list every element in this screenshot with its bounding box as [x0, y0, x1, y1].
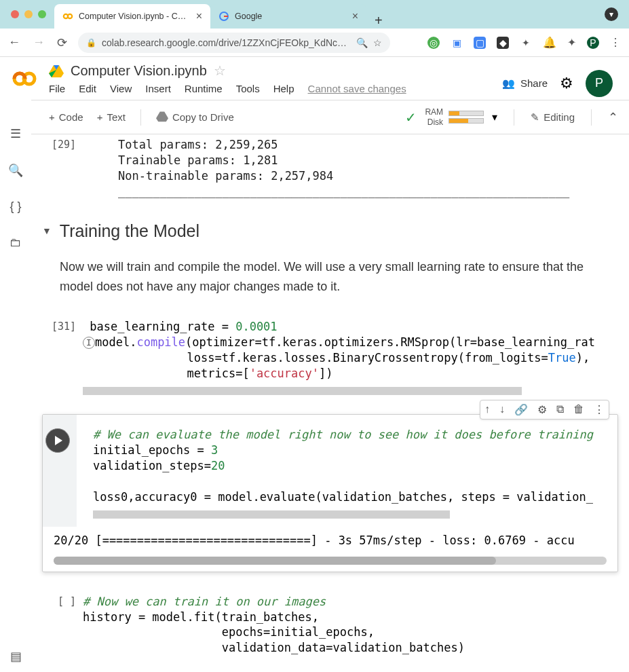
add-code-label: Code [59, 111, 83, 123]
section-title: Training the Model [60, 221, 199, 241]
zoom-icon[interactable]: 🔍 [356, 37, 368, 48]
move-up-icon[interactable]: ↑ [484, 403, 490, 416]
browser-profile-icon[interactable]: P [587, 37, 599, 49]
add-text-button[interactable]: +Text [90, 109, 132, 126]
profile-menu-icon[interactable]: ▾ [605, 7, 618, 21]
maximize-window-button[interactable] [38, 10, 46, 18]
code-cell-31[interactable]: [31] base_learning_rate = 0.0001 Imodel.… [42, 319, 618, 395]
extensions-icon[interactable]: ✦ [567, 36, 576, 49]
url-input[interactable]: 🔒 colab.research.google.com/drive/1ZZXnC… [78, 33, 390, 53]
cursor-indicator: I [83, 337, 95, 349]
connection-ok-icon: ✓ [405, 109, 417, 126]
menu-runtime[interactable]: Runtime [185, 83, 223, 94]
drive-copy-icon [156, 110, 168, 124]
cell-number: [ ] [58, 595, 76, 608]
minimize-window-button[interactable] [24, 10, 33, 18]
delete-icon[interactable]: 🗑 [573, 403, 584, 416]
tab-close-icon[interactable]: × [196, 10, 202, 22]
collapse-icon[interactable]: ⌃ [608, 110, 618, 125]
reload-button[interactable]: ⟳ [57, 35, 67, 50]
browser-address-bar: ← → ⟳ 🔒 colab.research.google.com/drive/… [0, 29, 629, 57]
toc-icon[interactable]: ☰ [10, 126, 21, 141]
menu-view[interactable]: View [110, 83, 132, 94]
search-icon[interactable]: 🔍 [8, 163, 23, 178]
section-body-text: Now we will train and compile the model.… [60, 257, 618, 297]
mode-editing-button[interactable]: ✎ Editing [531, 111, 575, 124]
cell-output-text: 20/20 [==============================] -… [43, 527, 617, 554]
menu-tools[interactable]: Tools [236, 83, 260, 94]
code-cell-empty[interactable]: [ ] # Now we can train it on our images … [42, 594, 618, 672]
forward-button[interactable]: → [33, 35, 45, 50]
colab-favicon [62, 11, 73, 22]
terminal-icon[interactable]: ▤ [10, 649, 22, 664]
cell-output: Total params: 2,259,265 Trainable params… [118, 137, 569, 200]
back-button[interactable]: ← [8, 35, 20, 50]
menu-file[interactable]: File [49, 83, 65, 94]
code-cell-active[interactable]: ↑ ↓ 🔗 ⚙ ⧉ 🗑 ⋮ # We can evaluate the mode… [42, 414, 618, 572]
cell-number: [31] [52, 320, 76, 333]
colab-logo-icon[interactable] [11, 65, 38, 92]
variables-icon[interactable]: { } [9, 200, 21, 214]
browser-menu-icon[interactable]: ⋮ [610, 36, 621, 49]
cell-settings-icon[interactable]: ⚙ [537, 403, 547, 416]
extension-icon-4[interactable]: ◆ [497, 37, 509, 49]
extension-icon-1[interactable]: ◎ [427, 37, 440, 49]
menu-help[interactable]: Help [273, 83, 294, 94]
notifications-icon[interactable]: 🔔 [543, 36, 556, 49]
files-icon[interactable]: 🗀 [9, 236, 22, 250]
close-window-button[interactable] [11, 10, 19, 18]
tab-title: Google [235, 12, 347, 21]
tab-close-icon[interactable]: × [352, 10, 358, 22]
lock-icon: 🔒 [86, 38, 96, 48]
run-cell-button[interactable] [45, 428, 70, 453]
link-icon[interactable]: 🔗 [514, 403, 528, 416]
share-label: Share [520, 77, 548, 89]
more-icon[interactable]: ⋮ [594, 403, 605, 416]
readonly-warning[interactable]: Cannot save changes [308, 83, 406, 94]
horizontal-scrollbar[interactable] [83, 387, 522, 395]
share-icon: 👥 [502, 77, 515, 90]
cell-number: [29] [52, 138, 76, 151]
extension-icon-2[interactable]: ▣ [451, 37, 463, 49]
copy-to-drive-button[interactable]: Copy to Drive [149, 107, 241, 127]
mirror-icon[interactable]: ⧉ [556, 403, 564, 416]
runtime-dropdown-icon[interactable]: ▾ [492, 111, 497, 124]
tab-title: Computer Vision.ipynb - Colab [79, 12, 191, 21]
drive-icon [49, 63, 64, 78]
google-favicon [218, 11, 229, 22]
ram-label: RAM [425, 107, 443, 117]
editing-label: Editing [544, 111, 575, 123]
extension-icon-5[interactable]: ✦ [520, 37, 532, 49]
star-icon[interactable]: ☆ [214, 62, 226, 79]
horizontal-scrollbar[interactable] [93, 510, 450, 519]
output-scrollbar[interactable] [54, 557, 607, 565]
pencil-icon: ✎ [531, 111, 539, 124]
left-sidebar: ☰ 🔍 { } 🗀 [0, 110, 31, 250]
svg-point-1 [68, 14, 72, 18]
user-avatar[interactable]: P [586, 70, 613, 97]
browser-tab[interactable]: Google × [210, 4, 366, 29]
menu-insert[interactable]: Insert [145, 83, 171, 94]
copy-drive-label: Copy to Drive [172, 111, 234, 123]
extension-icon-3[interactable]: ▢ [474, 37, 486, 49]
document-title[interactable]: Computer Vision.ipynb [71, 63, 207, 79]
section-heading[interactable]: ▼ Training the Model [42, 221, 618, 241]
browser-tab-strip: Computer Vision.ipynb - Colab × Google ×… [0, 0, 629, 29]
add-code-button[interactable]: +Code [42, 109, 90, 126]
settings-gear-icon[interactable]: ⚙ [560, 75, 573, 92]
share-button[interactable]: 👥 Share [502, 77, 548, 90]
menu-edit[interactable]: Edit [79, 83, 96, 94]
notebook-toolbar: +Code +Text Copy to Drive ✓ RAM Disk ▾ ✎… [31, 100, 629, 134]
section-caret-icon[interactable]: ▼ [42, 225, 52, 236]
cell-toolbar: ↑ ↓ 🔗 ⚙ ⧉ 🗑 ⋮ [480, 400, 609, 419]
new-tab-button[interactable]: + [366, 13, 391, 29]
move-down-icon[interactable]: ↓ [499, 403, 505, 416]
notebook-content: [29] Total params: 2,259,265 Trainable p… [31, 134, 629, 672]
bookmark-star-icon[interactable]: ☆ [373, 37, 382, 48]
add-text-label: Text [107, 111, 126, 123]
svg-marker-8 [156, 111, 168, 122]
resource-indicator[interactable]: RAM Disk [425, 107, 484, 127]
colab-header: Computer Vision.ipynb ☆ File Edit View I… [0, 57, 629, 100]
browser-tab-active[interactable]: Computer Vision.ipynb - Colab × [54, 4, 210, 29]
window-controls [11, 10, 46, 18]
